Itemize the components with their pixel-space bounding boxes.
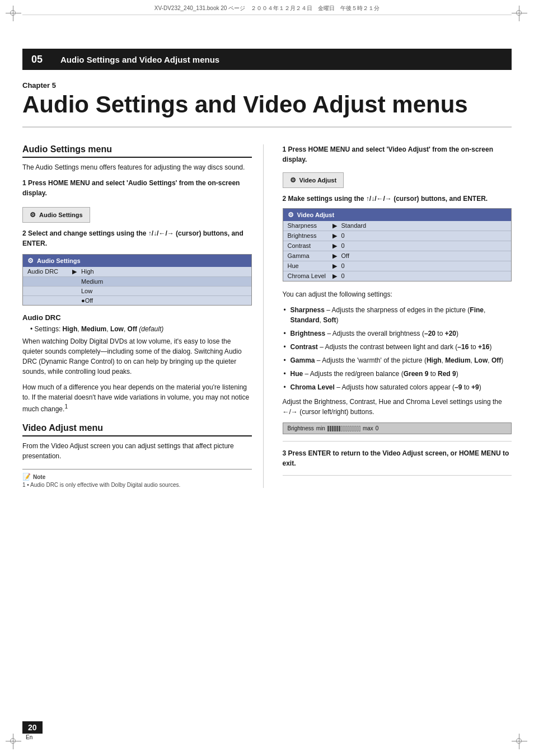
bullet-hue: Hue – Adjusts the red/green balance (Gre…	[283, 369, 512, 379]
left-step2-text: 2 Select and change settings using the ↑…	[22, 228, 252, 248]
brightness-bar: Brightness min	[283, 422, 512, 434]
chroma-level-row: Chroma Level ▶ 0	[283, 271, 512, 281]
right-step2-text: 2 Make settings using the ↑/↓/←/→ (curso…	[283, 194, 512, 204]
video-adjust-menu-label: Video Adjust	[299, 177, 337, 184]
brightness-bar-value: 0	[376, 425, 379, 431]
header-title: Audio Settings and Video Adjust menus	[60, 55, 219, 64]
audio-settings-table-header: ⚙ Audio Settings	[23, 255, 251, 267]
brightness-bar-min: min	[316, 425, 325, 431]
video-adjust-menu-title: Video Adjust menu	[22, 423, 252, 436]
bullet-sharpness: Sharpness – Adjusts the sharpness of edg…	[283, 305, 512, 325]
bullet-contrast: Contrast – Adjusts the contrast between …	[283, 342, 512, 352]
settings-bullet-list: Sharpness – Adjusts the sharpness of edg…	[283, 305, 512, 392]
corner-decoration-br	[512, 734, 528, 750]
video-adjust-table-title: Video Adjust	[297, 212, 335, 218]
page-number-box: 20	[22, 721, 43, 734]
chapter-main-title: Audio Settings and Video Adjust menus	[22, 92, 512, 128]
note-box: 📝 Note 1 • Audio DRC is only effective w…	[22, 469, 252, 488]
left-column: Audio Settings menu The Audio Settings m…	[22, 144, 264, 488]
right-column: 1 Press HOME MENU and select 'Video Adju…	[280, 144, 512, 488]
bullet-brightness: Brightness – Adjusts the overall brightn…	[283, 328, 512, 339]
audio-settings-intro: The Audio Settings menu offers features …	[22, 162, 252, 172]
video-adjust-table-header: ⚙ Video Adjust	[283, 209, 512, 221]
chapter-label: Chapter 5	[22, 81, 512, 90]
brightness-row: Brightness ▶ 0	[283, 231, 512, 241]
can-adjust-text: You can adjust the following settings:	[283, 289, 512, 299]
chapter-number: 05	[31, 54, 51, 65]
brightness-bar-track	[327, 426, 360, 431]
page-lang: En	[26, 734, 32, 740]
audio-settings-menu-title: Audio Settings menu	[22, 144, 252, 158]
video-adjust-table-icon: ⚙	[288, 211, 294, 219]
brightness-bar-label: Brightness	[288, 425, 314, 431]
audio-drc-para2: How much of a difference you hear depend…	[22, 382, 252, 414]
audio-drc-title: Audio DRC	[22, 313, 252, 322]
sharpness-row: Sharpness ▶ Standard	[283, 221, 512, 231]
file-info: XV-DV232_240_131.book 20 ページ ２００４年１２月２４日…	[22, 0, 512, 15]
divider	[283, 441, 512, 442]
contrast-row: Contrast ▶ 0	[283, 241, 512, 251]
audio-drc-row: Audio DRC ▶ High	[23, 267, 251, 277]
bullet-chroma-level: Chroma Level – Adjusts how saturated col…	[283, 382, 512, 392]
gamma-row: Gamma ▶ Off	[283, 251, 512, 261]
note-title: Note	[33, 474, 45, 480]
bullet-gamma: Gamma – Adjusts the 'warmth' of the pict…	[283, 355, 512, 365]
hue-row: Hue ▶ 0	[283, 261, 512, 271]
audio-settings-table: ⚙ Audio Settings Audio DRC ▶ High Medium…	[22, 254, 252, 306]
video-adjust-icon: ⚙	[290, 176, 296, 184]
note-text: 1 • Audio DRC is only effective with Dol…	[22, 482, 180, 488]
audio-drc-off-row: ●Off	[23, 296, 251, 305]
audio-settings-menu-box: ⚙ Audio Settings	[22, 207, 90, 223]
main-content: Chapter 5 Audio Settings and Video Adjus…	[22, 70, 512, 499]
note-icon: 📝	[22, 473, 31, 481]
video-adjust-intro: From the Video Adjust screen you can adj…	[22, 441, 252, 461]
right-step3-text: 3 Press ENTER to return to the Video Adj…	[283, 448, 512, 468]
audio-drc-low-row: Low	[23, 287, 251, 296]
audio-settings-icon: ⚙	[30, 211, 36, 219]
two-column-layout: Audio Settings menu The Audio Settings m…	[22, 144, 512, 488]
video-adjust-table: ⚙ Video Adjust Sharpness ▶ Standard Brig…	[283, 208, 512, 281]
audio-drc-para1: When watching Dolby Digital DVDs at low …	[22, 336, 252, 377]
brightness-bar-max: max	[363, 425, 373, 431]
audio-drc-label: Audio DRC	[27, 268, 72, 275]
corner-decoration-bl	[6, 734, 22, 750]
audio-settings-table-icon: ⚙	[27, 257, 34, 265]
chapter-header-bar: 05 Audio Settings and Video Adjust menus	[22, 49, 512, 70]
audio-drc-medium-row: Medium	[23, 277, 251, 287]
corner-decoration-tr	[512, 6, 528, 22]
video-adjust-menu-box: ⚙ Video Adjust	[283, 172, 344, 188]
corner-decoration-tl	[6, 6, 22, 22]
page-number: 20	[28, 723, 37, 732]
right-step1-text: 1 Press HOME MENU and select 'Video Adju…	[283, 144, 512, 165]
divider-bottom	[283, 475, 512, 476]
audio-drc-settings: • Settings: High, Medium, Low, Off (defa…	[30, 324, 252, 334]
audio-settings-menu-label: Audio Settings	[39, 212, 83, 218]
left-step1-text: 1 Press HOME MENU and select 'Audio Sett…	[22, 178, 252, 198]
audio-settings-table-title: Audio Settings	[37, 257, 81, 264]
adjust-note: Adjust the Brightness, Contrast, Hue and…	[283, 397, 512, 417]
